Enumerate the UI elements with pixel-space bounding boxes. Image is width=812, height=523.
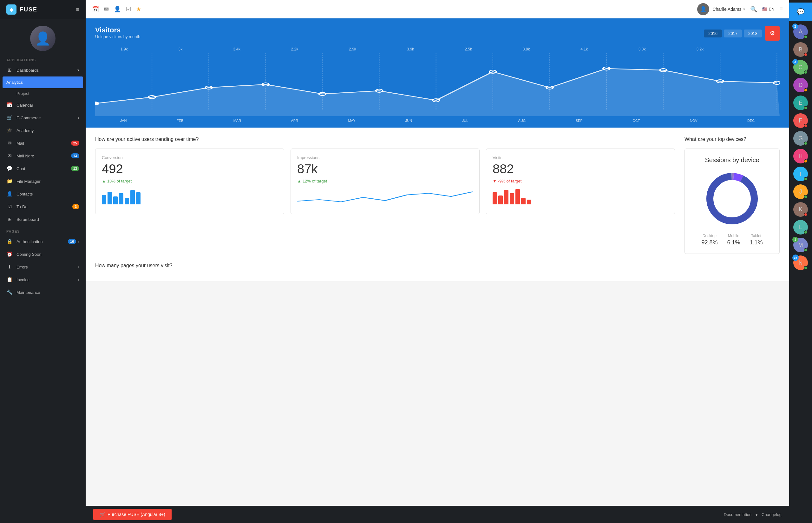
visitors-header: Visitors Unique visitors by month 2016 2… bbox=[95, 26, 780, 41]
sidebar-item-todo[interactable]: ☑ To-Do 3 bbox=[0, 200, 86, 213]
sidebar-item-calendar[interactable]: 📅 Calendar bbox=[0, 99, 86, 111]
sidebar-item-invoice[interactable]: 📋 Invoice › bbox=[0, 273, 86, 286]
chat-contact-12[interactable]: L bbox=[793, 220, 808, 235]
year-2016-button[interactable]: 2016 bbox=[704, 30, 722, 37]
trend-down-icon: ▼ bbox=[493, 179, 497, 183]
sidebar-item-contacts[interactable]: 👤 Contacts bbox=[0, 187, 86, 200]
sidebar-item-errors[interactable]: ℹ Errors › bbox=[0, 260, 86, 273]
chat-contact-7[interactable]: G bbox=[793, 131, 808, 146]
chat-contact-14[interactable]: N 10 bbox=[793, 255, 808, 270]
unread-badge: 2 bbox=[792, 23, 798, 29]
sidebar-item-scrumboard[interactable]: ⊞ Scrumboard bbox=[0, 213, 86, 226]
bar bbox=[108, 192, 112, 204]
away-dot bbox=[804, 159, 808, 163]
purchase-label: Purchase FUSE (Angular 8+) bbox=[108, 512, 165, 517]
error-icon: ℹ bbox=[6, 264, 13, 270]
chart-val-oct: 3.8k bbox=[639, 47, 646, 51]
main-area: 📅 ✉ 👤 ☑ ★ 👤 Charlie Adams ▾ 🔍 🇺🇸 EN ≡ Vi… bbox=[86, 0, 789, 523]
mail-toolbar-icon[interactable]: ✉ bbox=[104, 6, 109, 13]
chat-contact-8[interactable]: H bbox=[793, 149, 808, 163]
avatar: 👤 bbox=[30, 26, 56, 51]
chat-contact-4[interactable]: D bbox=[793, 78, 808, 92]
year-2017-button[interactable]: 2017 bbox=[724, 30, 742, 37]
chart-settings-button[interactable]: ⚙ bbox=[765, 26, 780, 41]
visitors-title: Visitors bbox=[95, 26, 140, 34]
sidebar-item-file-manager[interactable]: 📁 File Manager bbox=[0, 175, 86, 187]
sidebar: ◆ FUSE ≡ 👤 APPLICATIONS ⊞ Dashboards ▾ A… bbox=[0, 0, 86, 523]
chevron-down-icon: ▾ bbox=[77, 68, 79, 72]
language-selector[interactable]: 🇺🇸 EN bbox=[762, 7, 774, 12]
flag-icon: 🇺🇸 bbox=[762, 7, 767, 12]
star-toolbar-icon[interactable]: ★ bbox=[136, 6, 141, 13]
chat-contact-9[interactable]: I bbox=[793, 167, 808, 181]
sidebar-item-project[interactable]: Project bbox=[0, 88, 86, 99]
chat-contact-2[interactable]: B bbox=[793, 42, 808, 57]
chat-contact-13[interactable]: M 1 bbox=[793, 238, 808, 252]
ecommerce-icon: 🛒 bbox=[6, 115, 13, 121]
chat-contact-6[interactable]: F bbox=[793, 113, 808, 128]
sidebar-item-analytics[interactable]: Analytics bbox=[2, 76, 83, 88]
app-logo-icon: ◆ bbox=[6, 4, 17, 15]
contact-toolbar-icon[interactable]: 👤 bbox=[114, 6, 121, 13]
year-2018-button[interactable]: 2018 bbox=[744, 30, 762, 37]
bar bbox=[521, 198, 526, 204]
chat-icon: 💬 bbox=[6, 166, 13, 172]
sidebar-item-coming-soon[interactable]: ⏰ Coming Soon bbox=[0, 248, 86, 260]
conversion-value: 492 bbox=[102, 162, 278, 176]
sidebar-item-authentication[interactable]: 🔒 Authentication 10 › bbox=[0, 235, 86, 248]
sidebar-item-label: Project bbox=[17, 91, 29, 96]
chart-area-fill bbox=[95, 69, 780, 116]
online-dot bbox=[804, 106, 808, 110]
conversion-label: Conversion bbox=[102, 155, 278, 160]
chat-contact-10[interactable]: J bbox=[793, 184, 808, 199]
mobile-value: 6.1% bbox=[727, 239, 740, 246]
sidebar-item-maintenance[interactable]: 🔧 Maintenance bbox=[0, 286, 86, 299]
sidebar-item-ecommerce[interactable]: 🛒 E-Commerce › bbox=[0, 111, 86, 124]
top-devices-section: What are your top devices? Sessions by d… bbox=[684, 137, 780, 254]
pages-section-label: PAGES bbox=[0, 226, 86, 235]
chart-val-jan: 1.9k bbox=[120, 47, 128, 51]
sidebar-item-mail-ngrx[interactable]: ✉ Mail Ngrx 13 bbox=[0, 149, 86, 162]
calendar-toolbar-icon[interactable]: 📅 bbox=[92, 6, 99, 13]
documentation-link[interactable]: Documentation bbox=[724, 512, 751, 517]
academy-icon: 🎓 bbox=[6, 128, 13, 133]
mobile-label: Mobile bbox=[727, 234, 740, 238]
stats-devices-row: How are your active users trending over … bbox=[95, 137, 780, 254]
chat-contact-5[interactable]: E bbox=[793, 95, 808, 110]
task-toolbar-icon[interactable]: ☑ bbox=[126, 6, 131, 13]
hamburger-icon[interactable]: ≡ bbox=[76, 6, 79, 13]
online-dot bbox=[804, 177, 808, 181]
invoice-icon: 📋 bbox=[6, 277, 13, 283]
purchase-button[interactable]: 🛒 Purchase FUSE (Angular 8+) bbox=[93, 509, 172, 520]
impressions-line-chart bbox=[297, 188, 473, 204]
sidebar-item-chat[interactable]: 💬 Chat 13 bbox=[0, 162, 86, 175]
chat-contact-3[interactable]: C 3 bbox=[793, 60, 808, 75]
user-menu[interactable]: 👤 Charlie Adams ▾ bbox=[697, 3, 745, 15]
sidebar-item-mail[interactable]: ✉ Mail 25 bbox=[0, 137, 86, 149]
dashboards-icon: ⊞ bbox=[6, 67, 13, 73]
sidebar-item-label: Mail Ngrx bbox=[17, 154, 71, 158]
away-dot bbox=[804, 88, 808, 92]
month-dec: DEC bbox=[747, 119, 755, 123]
chat-contact-11[interactable]: K bbox=[793, 202, 808, 217]
sidebar-item-academy[interactable]: 🎓 Academy bbox=[0, 124, 86, 137]
chart-val-feb: 3k bbox=[178, 47, 182, 51]
chart-val-sep: 4.1k bbox=[581, 47, 588, 51]
chat-contact-1[interactable]: A 2 bbox=[793, 24, 808, 39]
conversion-card: Conversion 492 ▲ 13% of target bbox=[95, 148, 284, 214]
scrumboard-icon: ⊞ bbox=[6, 216, 13, 222]
menu-icon[interactable]: ≡ bbox=[779, 6, 783, 12]
visitors-title-group: Visitors Unique visitors by month bbox=[95, 26, 140, 39]
impressions-label: Impressions bbox=[297, 155, 473, 160]
file-manager-icon: 📁 bbox=[6, 178, 13, 184]
stats-and-devices-section: How are your active users trending over … bbox=[86, 128, 789, 281]
sidebar-item-dashboards[interactable]: ⊞ Dashboards ▾ bbox=[0, 64, 86, 76]
search-icon[interactable]: 🔍 bbox=[750, 6, 757, 13]
changelog-link[interactable]: Changelog bbox=[761, 512, 781, 517]
donut-chart bbox=[703, 170, 761, 227]
sidebar-item-label: Calendar bbox=[17, 103, 79, 108]
bar bbox=[113, 196, 118, 204]
chat-panel-header[interactable]: 💬 bbox=[789, 2, 812, 21]
month-mar: MAR bbox=[233, 119, 241, 123]
bar bbox=[504, 190, 508, 204]
